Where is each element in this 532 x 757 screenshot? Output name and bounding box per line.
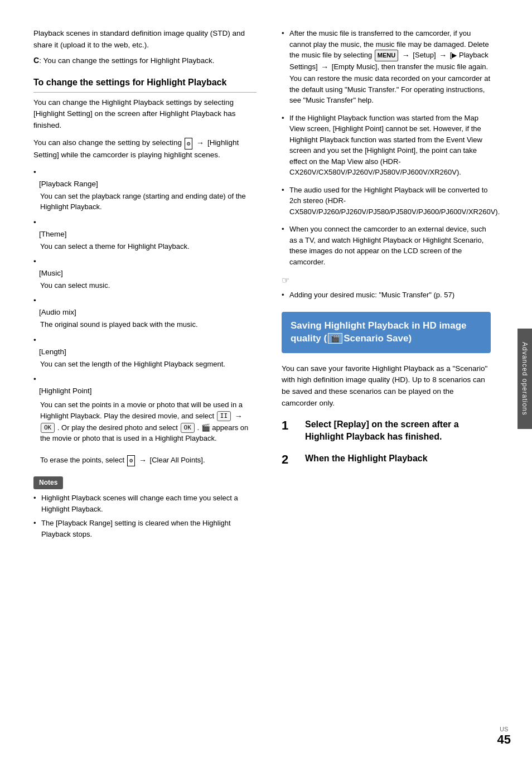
advanced-operations-tab: Advanced operations: [518, 329, 532, 429]
page-num-label: US: [497, 726, 511, 732]
desc-theme: You can select a theme for Highlight Pla…: [39, 241, 257, 252]
handset-icon: ☞: [282, 274, 491, 287]
notes-label: Notes: [33, 476, 63, 489]
list-item-length: [Length] You can set the length of the H…: [33, 335, 257, 369]
desc-music: You can select music.: [39, 280, 257, 291]
right-bullet-2: If the Highlight Playback function was s…: [282, 113, 491, 178]
c-note: C: You can change the settings for Highl…: [33, 55, 257, 67]
note-item-2: The [Playback Range] setting is cleared …: [33, 518, 257, 539]
scenario-icon: 🎬: [328, 333, 342, 344]
page-container: Playback scenes in standard definition i…: [0, 0, 532, 757]
term-length: [Length]: [39, 346, 257, 358]
desc-audio-mix: The original sound is played back with t…: [39, 319, 257, 330]
arrow-r2: →: [439, 50, 447, 61]
desc-highlight-point: You can set the points in a movie or pho…: [39, 399, 257, 466]
notes-box: Notes Highlight Playback scenes will cha…: [33, 476, 257, 539]
ref-bullet-music: Adding your desired music: "Music Transf…: [282, 290, 491, 301]
left-column: Playback scenes in standard definition i…: [0, 17, 273, 740]
ref-note: Adding your desired music: "Music Transf…: [282, 290, 491, 301]
term-music: [Music]: [39, 268, 257, 279]
settings-icon: ⚙: [185, 138, 193, 150]
list-item-audio-mix: [Audio mix] The original sound is played…: [33, 295, 257, 330]
c-text: : You can change the settings for Highli…: [39, 56, 214, 65]
save-section-body: You can save your favorite Highlight Pla…: [282, 363, 491, 410]
highlight-box: Saving Highlight Playback in HD image qu…: [282, 312, 491, 353]
right-bullet-3: The audio used for the Highlight Playbac…: [282, 185, 491, 218]
pause-button: II: [217, 411, 231, 422]
page-number: US 45: [497, 726, 511, 747]
right-bullet-list: After the music file is transferred to t…: [282, 28, 491, 267]
term-playback-range: [Playback Range]: [39, 179, 257, 190]
right-bullet-1: After the music file is transferred to t…: [282, 28, 491, 106]
menu-button: MENU: [375, 50, 398, 61]
section-heading-highlight: To change the settings for Highlight Pla…: [33, 77, 257, 93]
main-content: Playback scenes in standard definition i…: [0, 0, 532, 757]
page-num-value: 45: [497, 732, 511, 747]
arrow-icon: →: [196, 137, 204, 150]
list-item-highlight-point: [Highlight Point] You can set the points…: [33, 374, 257, 466]
step-2-number: 2: [282, 452, 299, 467]
ok-button-2: OK: [181, 423, 195, 433]
desc-length: You can set the length of the Highlight …: [39, 359, 257, 370]
body-text-1: You can change the Highlight Playback se…: [33, 97, 257, 132]
intro-para: Playback scenes in standard definition i…: [33, 29, 245, 49]
step-2-text: When the Highlight Playback: [305, 452, 428, 465]
list-item-theme: [Theme] You can select a theme for Highl…: [33, 217, 257, 252]
step-1-text: Select [Replay] on the screen after a Hi…: [305, 418, 491, 442]
ok-button-1: OK: [41, 423, 55, 433]
term-audio-mix: [Audio mix]: [39, 307, 257, 319]
step-2: 2 When the Highlight Playback: [282, 452, 491, 467]
arrow-icon-2: →: [235, 411, 243, 422]
notes-list: Highlight Playback scenes will change ea…: [33, 493, 257, 539]
arrow-r3: →: [321, 61, 328, 73]
settings-icon-2: ⚙: [127, 455, 136, 467]
right-bullet-4: When you connect the camcorder to an ext…: [282, 224, 491, 267]
list-item-music: [Music] You can select music.: [33, 256, 257, 291]
settings-bullet-list: [Playback Range] You can set the playbac…: [33, 167, 257, 467]
list-item-playback-range: [Playback Range] You can set the playbac…: [33, 167, 257, 213]
desc-playback-range: You can set the playback range (starting…: [39, 191, 257, 213]
step-1: 1 Select [Replay] on the screen after a …: [282, 418, 491, 442]
note-item-1: Highlight Playback scenes will change ea…: [33, 493, 257, 514]
arrow-r1: →: [402, 50, 410, 61]
term-theme: [Theme]: [39, 229, 257, 240]
highlight-box-scenario-text: Scenario Save): [344, 333, 412, 344]
arrow-icon-3: →: [139, 455, 147, 466]
also-change: You can also change the setting by selec…: [33, 137, 257, 161]
intro-text: Playback scenes in standard definition i…: [33, 28, 257, 67]
right-column: After the music file is transferred to t…: [273, 17, 507, 740]
c-letter: C: [33, 56, 39, 65]
term-highlight-point: [Highlight Point]: [39, 385, 257, 397]
step-1-number: 1: [282, 418, 299, 433]
